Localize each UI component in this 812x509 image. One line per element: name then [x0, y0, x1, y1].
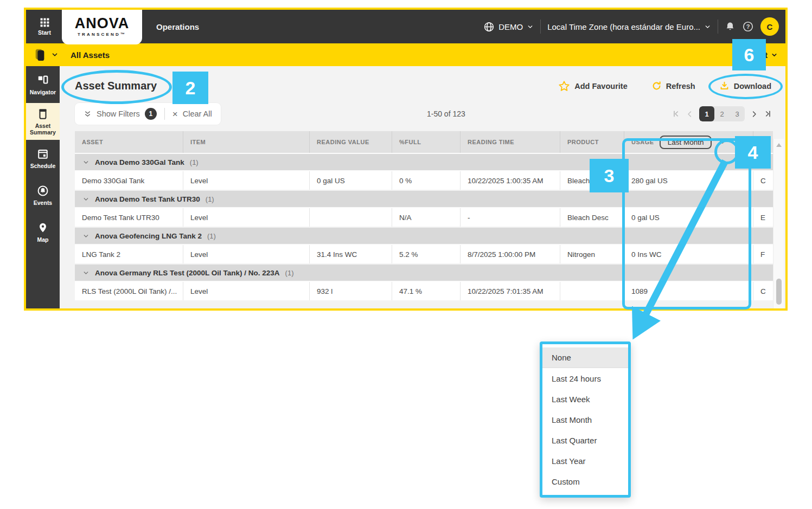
chevron-down-icon: [82, 196, 89, 203]
group-count: (1): [190, 158, 199, 166]
asset-scope-selector[interactable]: [34, 48, 59, 62]
table-scrollbar[interactable]: [773, 139, 784, 308]
divider: [540, 20, 541, 34]
group-count: (1): [207, 232, 216, 240]
sidebar: Navigator Asset Summary: [26, 66, 60, 308]
scrollbar-thumb[interactable]: [776, 279, 782, 305]
table-cell: 10/22/2025 1:00:35 AM: [461, 171, 560, 190]
table-cell: 8/7/2025 1:00:00 PM: [461, 245, 560, 263]
callout-box-2: 2: [172, 72, 208, 104]
chevron-down-icon: [82, 159, 89, 166]
table-cell: N/A: [392, 208, 461, 227]
sidebar-item-label: Events: [34, 199, 52, 206]
start-button[interactable]: Start: [30, 17, 59, 36]
sidebar-item-asset-summary[interactable]: Asset Summary: [26, 103, 60, 140]
column-header-product[interactable]: PRODUCT: [560, 131, 624, 153]
annotation-rect-usage-column: [622, 138, 751, 310]
usage-menu-item-last-quarter[interactable]: Last Quarter: [542, 430, 628, 450]
table-cell: [560, 282, 624, 300]
usage-menu-item-last-24-hours[interactable]: Last 24 hours: [542, 368, 628, 389]
table-cell: 5.2 %: [392, 245, 461, 263]
add-favourite-label: Add Favourite: [574, 82, 627, 91]
pagination: 123: [672, 106, 772, 121]
usage-menu-item-last-year[interactable]: Last Year: [542, 450, 628, 471]
scroll-up-icon[interactable]: [776, 143, 782, 147]
user-avatar[interactable]: C: [760, 17, 779, 36]
top-bar: Start ANOVA TRANSCEND™ Operations DEMO: [26, 10, 785, 43]
last-page-icon[interactable]: [764, 109, 772, 118]
table-cell: Level: [183, 245, 310, 263]
globe-icon: [483, 21, 495, 33]
first-page-icon[interactable]: [672, 109, 680, 118]
table-cell: C: [753, 171, 773, 190]
chevron-down-icon: [82, 233, 89, 240]
app-title: Operations: [156, 22, 199, 31]
timezone-selector[interactable]: Local Time Zone (hora estándar de Euro..…: [547, 22, 711, 31]
clear-all-button[interactable]: × Clear All: [172, 109, 212, 119]
column-header-reading-value[interactable]: READING VALUE: [310, 131, 392, 153]
table-cell: -: [461, 208, 560, 227]
divider: [164, 108, 165, 120]
page-number-2[interactable]: 2: [714, 106, 730, 121]
group-name: Anova Germany RLS Test (2000L Oil Tank) …: [95, 269, 280, 277]
table-cell: 47.1 %: [392, 282, 461, 300]
sidebar-item-label: Map: [37, 236, 49, 243]
page-number-3[interactable]: 3: [730, 106, 745, 121]
sidebar-item-navigator[interactable]: Navigator: [26, 66, 60, 103]
table-cell: F: [753, 245, 773, 263]
anova-logo[interactable]: ANOVA TRANSCEND™: [62, 9, 142, 44]
org-label: DEMO: [498, 22, 523, 31]
start-label: Start: [38, 29, 51, 36]
table-cell: Level: [183, 208, 310, 227]
show-filters-button[interactable]: Show Filters 1: [84, 108, 157, 120]
group-count: (1): [285, 269, 294, 277]
help-button[interactable]: ?: [742, 21, 754, 33]
start-grid-icon: [40, 17, 50, 28]
table-cell: [310, 208, 392, 227]
double-chevron-down-icon: [84, 110, 92, 118]
group-name: Anova Geofencing LNG Tank 2: [95, 232, 202, 240]
prev-page-icon[interactable]: [686, 110, 694, 118]
star-icon: [558, 80, 570, 92]
table-cell: 0 %: [392, 171, 461, 190]
filter-row: Show Filters 1 × Clear All 1-50 of 123: [60, 92, 785, 125]
notifications-button[interactable]: [725, 21, 736, 32]
column-header-asset[interactable]: ASSET: [75, 131, 183, 153]
results-range: 1-50 of 123: [221, 109, 672, 118]
navigator-icon: [37, 74, 49, 87]
column-header-full[interactable]: %FULL: [392, 131, 461, 153]
table-cell: 31.4 Ins WC: [310, 245, 392, 263]
events-icon: [37, 184, 49, 197]
show-filters-label: Show Filters: [97, 109, 140, 118]
add-favourite-button[interactable]: Add Favourite: [558, 80, 627, 92]
column-header-item[interactable]: ITEM: [183, 131, 310, 153]
sidebar-item-schedule[interactable]: Schedule: [26, 140, 60, 177]
chevron-down-icon: [527, 23, 534, 30]
table-cell: Bleach Desc: [560, 208, 624, 227]
asset-tank-icon: [34, 48, 47, 62]
asset-summary-tank-icon: [37, 107, 49, 120]
org-selector[interactable]: DEMO: [483, 21, 534, 33]
usage-menu-item-custom[interactable]: Custom: [542, 471, 628, 492]
sidebar-item-label: Asset Summary: [26, 123, 60, 136]
usage-menu-item-last-month[interactable]: Last Month: [542, 409, 628, 430]
sidebar-item-events[interactable]: Events: [26, 177, 60, 214]
refresh-button[interactable]: Refresh: [651, 81, 695, 91]
map-pin-icon: [37, 221, 48, 234]
page-number-1[interactable]: 1: [699, 106, 714, 121]
annotation-ellipse-title: [61, 70, 172, 104]
group-count: (1): [206, 195, 214, 203]
usage-menu-item-none[interactable]: None: [542, 347, 628, 368]
column-header-reading-time[interactable]: READING TIME: [461, 131, 560, 153]
table-cell: LNG Tank 2: [75, 245, 183, 263]
group-name: Anova Demo 330Gal Tank: [95, 158, 184, 166]
sidebar-item-map[interactable]: Map: [26, 214, 60, 250]
usage-menu-item-last-week[interactable]: Last Week: [542, 389, 628, 409]
next-page-icon[interactable]: [750, 110, 758, 118]
refresh-label: Refresh: [666, 82, 695, 91]
breadcrumb: All Assets: [71, 50, 110, 60]
table-cell: Level: [183, 282, 310, 300]
filter-pill: Show Filters 1 × Clear All: [75, 103, 221, 125]
table-cell: 0 gal US: [310, 171, 392, 190]
divider: [718, 20, 718, 34]
